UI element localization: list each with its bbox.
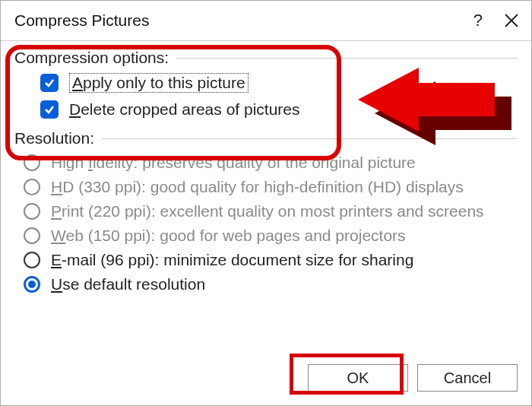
apply-only-row[interactable]: Apply only to this picture — [40, 73, 518, 93]
help-icon[interactable]: ? — [473, 11, 483, 30]
titlebar: Compress Pictures ? — [1, 1, 531, 41]
delete-cropped-row[interactable]: Delete cropped areas of pictures — [40, 100, 518, 119]
resolution-radio-4[interactable] — [24, 252, 40, 268]
ok-button[interactable]: OK — [308, 364, 408, 392]
apply-only-label[interactable]: Apply only to this picture — [69, 73, 249, 93]
resolution-option-5[interactable]: Use default resolution — [24, 275, 518, 293]
resolution-radio-3 — [24, 227, 40, 244]
resolution-option-0: High fidelity: preserves quality of the … — [24, 154, 518, 172]
resolution-options-block: High fidelity: preserves quality of the … — [24, 154, 518, 293]
resolution-label-1: HD (330 ppi): good quality for high-defi… — [51, 178, 464, 196]
resolution-radio-1 — [24, 179, 40, 195]
compression-options-header: Compression options: — [14, 49, 518, 67]
resolution-label-0: High fidelity: preserves quality of the … — [51, 154, 416, 172]
resolution-radio-0 — [24, 154, 40, 171]
resolution-label-4: E-mail (96 ppi): minimize document size … — [51, 251, 413, 269]
cancel-button[interactable]: Cancel — [417, 364, 518, 392]
resolution-option-1: HD (330 ppi): good quality for high-defi… — [24, 178, 518, 196]
delete-cropped-label[interactable]: Delete cropped areas of pictures — [69, 100, 300, 119]
divider — [102, 138, 518, 139]
resolution-option-2: Print (220 ppi): excellent quality on mo… — [24, 202, 518, 220]
label-rest: pply only to this picture — [83, 74, 245, 91]
resolution-header: Resolution: — [14, 129, 518, 147]
mnemonic: A — [72, 74, 83, 91]
dialog-title: Compress Pictures — [14, 11, 149, 30]
divider — [176, 58, 518, 59]
titlebar-controls: ? — [473, 11, 519, 30]
compression-options-label: Compression options: — [14, 49, 169, 67]
resolution-option-4[interactable]: E-mail (96 ppi): minimize document size … — [24, 251, 518, 269]
resolution-radio-5[interactable] — [24, 276, 40, 293]
resolution-label-2: Print (220 ppi): excellent quality on mo… — [51, 202, 484, 220]
resolution-option-3: Web (150 ppi): good for web pages and pr… — [24, 227, 518, 245]
label-rest: elete cropped areas of pictures — [81, 100, 299, 118]
resolution-label-3: Web (150 ppi): good for web pages and pr… — [51, 227, 406, 245]
resolution-label: Resolution: — [14, 129, 94, 147]
mnemonic: D — [69, 100, 81, 118]
resolution-radio-2 — [24, 203, 40, 220]
close-icon[interactable] — [504, 13, 519, 28]
resolution-label-5: Use default resolution — [51, 275, 205, 293]
apply-only-checkbox[interactable] — [40, 74, 59, 92]
compress-pictures-dialog: Compress Pictures ? Compression options: — [0, 0, 532, 406]
compression-options-block: Apply only to this picture Delete croppe… — [40, 73, 518, 119]
delete-cropped-checkbox[interactable] — [40, 100, 59, 119]
dialog-buttons: OK Cancel — [308, 364, 518, 392]
